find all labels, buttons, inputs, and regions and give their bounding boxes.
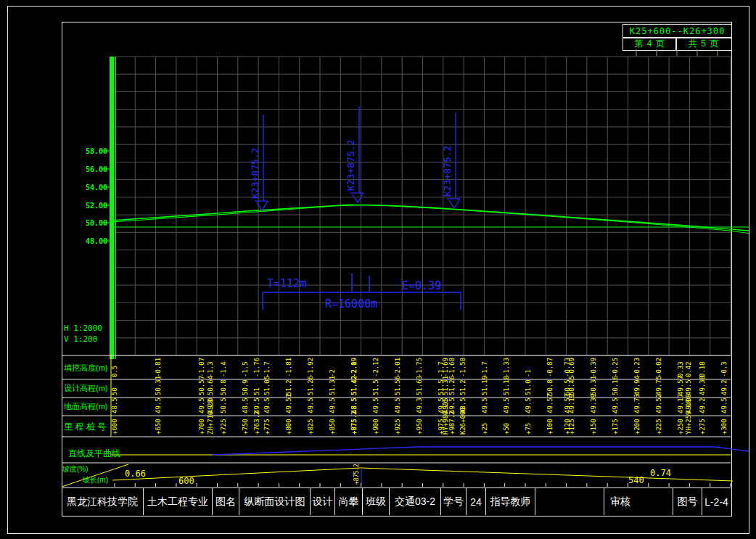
design-elev-value: 51.2 (459, 379, 467, 395)
ground-elev-value: 49.5 (263, 398, 271, 413)
station-label: +725 (220, 419, 227, 435)
title-cell-designer-label: 设计 (311, 488, 335, 515)
cut-fill-value: 0.18 (699, 361, 706, 377)
cut-fill-value: -1.07 (198, 358, 205, 377)
design-elev-value: 51.2 (285, 379, 292, 395)
grade-value-1: 0.66 (125, 469, 146, 479)
cut-fill-value: -1.3 (207, 361, 214, 377)
title-cell-class-label: 班级 (363, 488, 390, 515)
ground-elev-value: 49.2 (699, 398, 706, 413)
table-values: 0.55048.5+600-0.8150.3149.5+650-1.0750.5… (111, 358, 728, 435)
ground-elev-value: 49.19 (568, 394, 575, 413)
ground-elev-value: 49.5 (155, 398, 162, 413)
pvi-marker-arrow (449, 199, 460, 208)
scale-vertical: V 1:200 (64, 334, 97, 344)
curve-r-label: R=16000m (325, 297, 377, 310)
design-elev-value: 50.16 (612, 376, 619, 395)
title-cell-advisor (535, 488, 604, 515)
design-elev-value: 50.9 (242, 379, 249, 395)
cut-fill-value: -1.7 (263, 361, 271, 377)
station-label: +175 (612, 419, 619, 435)
title-cell-drawing-name-label: 图名 (213, 488, 239, 515)
ground-elev-value: 49.5 (481, 398, 488, 413)
station-label: ZH+710.28 (207, 399, 214, 435)
station-label: +150 (590, 419, 597, 435)
station-label: +75 (525, 423, 532, 435)
grid-layer (115, 49, 731, 355)
design-elev-value: 51.0 (525, 379, 532, 395)
station-label: +275 (699, 419, 706, 435)
cut-fill-value: -1.81 (285, 358, 292, 377)
ground-elev-value: 49.5 (329, 398, 336, 413)
cut-fill-value: -1.5 (242, 361, 249, 377)
ground-elev-value: 49.39 (590, 394, 597, 413)
ground-elev-value: 49.5 (394, 398, 401, 413)
design-elev-value: 51.19 (481, 376, 488, 395)
pvi-markers: K23+875.2K23+875.2K23+875.2 (250, 107, 460, 210)
grade-length-2: 540 (628, 475, 644, 485)
design-elev-value: 51 (253, 387, 260, 395)
alignment-curve-line (213, 447, 749, 455)
station-label: +50 (503, 423, 510, 435)
slope-grade-label: 坡度(%) (62, 464, 89, 474)
cut-fill-value: -1.58 (459, 358, 467, 377)
ground-elev-value: 50.5 (220, 398, 227, 413)
station-label: +987.2 (448, 411, 456, 435)
title-cell-drawingno: L-2-4 (702, 488, 731, 515)
row-label-ground-elevation: 地面高程(m) (64, 401, 108, 412)
cut-fill-value: -0.3 (720, 361, 728, 377)
ground-elev-value: 49.51 (285, 394, 292, 413)
title-cell-designer: 尚攀 (335, 488, 363, 515)
ground-elev-value: 49.5 (525, 398, 532, 413)
station-label: +925 (394, 419, 401, 435)
design-elev-value: 51.26 (448, 376, 456, 395)
design-elev-value: 49.75 (655, 376, 662, 395)
ground-elev-value: 48.5 (242, 398, 249, 413)
ground-elev-value: 49.52 (655, 394, 662, 413)
pvi-marker-arrow (353, 193, 363, 202)
pvi-marker-label: K23+875.2 (250, 148, 260, 199)
cut-fill-value: 0.42 (685, 361, 692, 377)
design-elev-value: 51.56 (394, 376, 401, 395)
design-elev-value: 50.45 (568, 376, 575, 395)
design-elev-value: 49.57 (677, 376, 684, 395)
title-cell-reviewer-label: 审核 (604, 488, 673, 515)
design-elev-value: 49.38 (699, 376, 706, 395)
station-label: +875.2 (350, 411, 358, 435)
ground-elev-value: 49.5 (198, 398, 205, 413)
station-label: YH+259.08 (685, 399, 692, 435)
station-label: +200 (633, 419, 641, 435)
row-label-chainage: 里 程 桩 号 (64, 421, 106, 433)
slope-length-label: 坡长(m) (83, 475, 108, 485)
cut-fill-value: -0.69 (568, 358, 575, 377)
design-elev-value: 50 (111, 387, 118, 395)
station-label: +750 (242, 419, 249, 435)
curve-e-label: E=0.39 (402, 279, 441, 292)
cut-fill-value: -0.39 (590, 358, 597, 377)
cut-fill-value: -1.68 (448, 358, 456, 377)
ground-elev-value: 48.5 (111, 398, 118, 413)
scale-horizontal: H 1:2000 (64, 324, 102, 333)
station-label: +125 (568, 419, 575, 435)
cut-fill-value: -2.1 (350, 361, 358, 377)
station-label: +100 (546, 419, 554, 435)
design-elev-value: 49.5 (685, 379, 692, 395)
ground-line (111, 205, 749, 234)
cut-fill-value: -0.25 (612, 358, 619, 377)
cut-fill-value: 0.33 (677, 361, 684, 377)
cut-fill-value: -1.76 (253, 358, 260, 377)
design-elev-value: 51.63 (416, 376, 423, 395)
cut-fill-value: -0.02 (655, 358, 662, 377)
ground-elev-value: 49.5 (307, 398, 314, 413)
design-elev-value: 49.2 (720, 379, 728, 395)
cut-fill-value: 0.5 (111, 366, 118, 377)
title-cell-drawingno-label: 图号 (673, 488, 702, 515)
cut-fill-value: -0.87 (546, 358, 554, 377)
ground-elev-value: 49.5 (612, 398, 619, 413)
design-elev-value: 50.64 (207, 376, 214, 395)
cut-fill-value: -0.23 (633, 358, 641, 377)
design-elev-value: 50.57 (198, 376, 205, 395)
title-cell-class: 交通03-2 (390, 488, 441, 515)
station-label: +700 (198, 419, 205, 435)
station-label: +250 (677, 419, 684, 435)
